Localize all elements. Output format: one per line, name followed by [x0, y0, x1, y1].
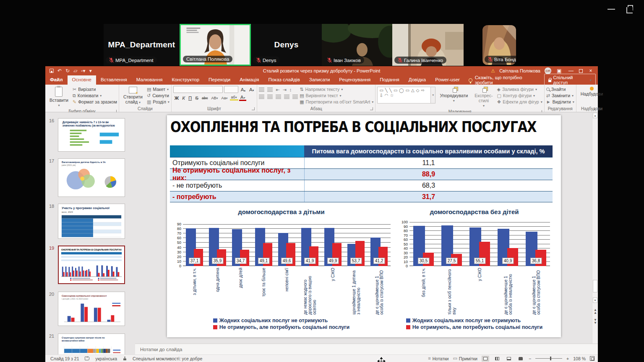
- tab-power-user[interactable]: Power-user: [430, 75, 464, 85]
- align-center-icon[interactable]: [267, 95, 273, 99]
- layout-button[interactable]: ▤Макет▾: [147, 87, 169, 92]
- slideshow-button[interactable]: [517, 356, 524, 362]
- scrollbar-thumb[interactable]: [593, 280, 597, 292]
- participant-tile-6[interactable]: Віта Бондар: [482, 25, 516, 65]
- close-icon[interactable]: ×: [587, 68, 594, 74]
- shapes-gallery-scroll[interactable]: ▾: [431, 87, 435, 103]
- dialog-launcher-icon[interactable]: [370, 107, 373, 110]
- font-name-input[interactable]: [173, 86, 223, 93]
- participant-tile-3[interactable]: DenysDenys: [251, 24, 322, 66]
- clear-formatting-button[interactable]: abc: [201, 96, 209, 100]
- zoom-in-button[interactable]: +: [566, 356, 569, 361]
- notes-panel[interactable]: Нотатки до слайда: [135, 344, 598, 354]
- char-spacing-button[interactable]: АВ▾: [210, 96, 219, 100]
- cut-button[interactable]: ✂Вирізати: [73, 87, 117, 92]
- shapes-icon[interactable]: ▫▾: [81, 68, 85, 73]
- ribbon-options-icon[interactable]: ▣: [555, 68, 563, 74]
- restore-icon[interactable]: [579, 69, 583, 73]
- tab-file[interactable]: Файл: [45, 75, 68, 85]
- tab-конструктор[interactable]: Конструктор: [167, 75, 204, 85]
- tab-вставлення[interactable]: Вставлення: [96, 75, 132, 85]
- comments-toggle[interactable]: ▭Примітки: [453, 356, 477, 361]
- find-button[interactable]: Знайти: [546, 87, 574, 92]
- line-spacing-icon[interactable]: ↕: [289, 88, 292, 92]
- zoom-slider[interactable]: [535, 358, 562, 359]
- new-slide-button[interactable]: Створитислайд ▾: [121, 86, 145, 105]
- fit-to-window-icon[interactable]: [590, 356, 594, 361]
- tell-me[interactable]: Скажіть, що потрібно зробити: [464, 75, 544, 85]
- participant-tile-5[interactable]: Галина Іванченко: [392, 24, 464, 66]
- numbering-icon[interactable]: [267, 88, 273, 92]
- undo-icon[interactable]: ↶: [57, 68, 62, 73]
- justify-icon[interactable]: [284, 95, 289, 99]
- select-button[interactable]: ►Виділити▾: [546, 99, 574, 104]
- align-right-icon[interactable]: [276, 95, 281, 99]
- paste-button[interactable]: Вставити▾: [47, 86, 71, 108]
- section-button[interactable]: ▥Розділ▾: [147, 99, 169, 104]
- tab-довідка[interactable]: Довідка: [404, 75, 430, 85]
- tab-переходи[interactable]: Переходи: [204, 75, 235, 85]
- tab-основне[interactable]: Основне: [68, 75, 96, 85]
- italic-button[interactable]: К: [181, 96, 186, 101]
- tab-малювання[interactable]: Малювання: [132, 75, 167, 85]
- spellcheck-icon[interactable]: [85, 357, 89, 360]
- zoom-level[interactable]: 108 %: [573, 356, 586, 361]
- thumbnail-preview[interactable]: Багатовимірна дитяча бідність в Україні …: [58, 158, 125, 197]
- strikethrough-button[interactable]: S: [194, 96, 200, 101]
- decrease-indent-icon[interactable]: ⇤: [276, 88, 279, 92]
- participant-tile-1[interactable]: MPA_DepartmentMPA_Department: [104, 24, 180, 66]
- reading-view-button[interactable]: [505, 356, 513, 362]
- addins-button[interactable]: Надбудови: [578, 86, 606, 97]
- thumbnail-preview[interactable]: Структура сукупних витрат після повномас…: [58, 334, 125, 354]
- language-indicator[interactable]: українська: [95, 356, 117, 361]
- font-color-button[interactable]: А▾: [239, 95, 247, 101]
- copy-button[interactable]: ⧉Копіювати▾: [73, 93, 117, 98]
- thumbnail-preview[interactable]: ОХОПЛЕННЯ ТА ПОТРЕБА В СОЦІАЛЬНИХ ПОСЛУГ…: [58, 246, 125, 284]
- dialog-launcher-icon[interactable]: [252, 107, 255, 110]
- text-highlight-button[interactable]: аб▾: [230, 95, 238, 101]
- thumbnail-preview[interactable]: Самооцінка купівельної спроможності дохо…: [58, 292, 125, 326]
- shape-outline-button[interactable]: ▢Контур фігури▾: [497, 93, 542, 98]
- bold-button[interactable]: Ж: [173, 96, 180, 101]
- redo-icon[interactable]: ↻: [65, 68, 70, 73]
- tab-показ-слайдів[interactable]: Показ слайдів: [263, 75, 304, 85]
- scroll-down-icon[interactable]: ▼: [593, 297, 597, 303]
- main-scrollbar[interactable]: ▲ ▼ ▲▲ ▼▼: [592, 112, 598, 344]
- arrange-button[interactable]: Упорядкувати▾: [437, 86, 470, 103]
- participant-tile-4[interactable]: Іван Заюков: [322, 24, 392, 66]
- normal-view-button[interactable]: [482, 356, 489, 362]
- increase-indent-icon[interactable]: ⇥: [282, 88, 286, 92]
- grow-font-button[interactable]: А▴: [240, 87, 247, 92]
- app-minimize-icon[interactable]: [607, 9, 615, 10]
- shapes-gallery[interactable]: ▭╲╲▭◯▭ △◇⇨⇩◠☆: [377, 87, 431, 103]
- app-restore-icon[interactable]: [628, 5, 633, 10]
- text-direction-button[interactable]: ⇅Напрямок тексту▾: [300, 87, 373, 92]
- underline-button[interactable]: П: [187, 96, 193, 101]
- convert-smartart-button[interactable]: ▦Перетворити на об'єкт SmartArt▾: [300, 99, 373, 104]
- thumbnail-preview[interactable]: Участь у програмах соціальної моги, 2023: [58, 204, 125, 239]
- participant-tile-2[interactable]: Світлана Полякова: [180, 24, 251, 66]
- align-left-icon[interactable]: [259, 95, 264, 99]
- previous-slide-icon[interactable]: ▲▲: [593, 308, 598, 314]
- minimize-icon[interactable]: —: [567, 68, 575, 74]
- scroll-up-icon[interactable]: ▲: [593, 113, 597, 118]
- collapse-ribbon-icon[interactable]: ▴: [593, 107, 595, 111]
- customize-qat-icon[interactable]: ▾: [89, 68, 92, 73]
- bullets-icon[interactable]: [259, 88, 264, 92]
- font-size-input[interactable]: [224, 86, 238, 93]
- slide-sorter-button[interactable]: [493, 356, 501, 362]
- avatar[interactable]: СП: [545, 67, 551, 74]
- tab-подання[interactable]: Подання: [375, 75, 404, 85]
- slide[interactable]: ОХОПЛЕННЯ ТА ПОТРЕБА В СОЦІАЛЬНИХ ПОСЛУГ…: [167, 115, 561, 337]
- columns-icon[interactable]: [292, 95, 298, 99]
- shape-fill-button[interactable]: ◈Заливка фігури▾: [497, 87, 542, 92]
- shrink-font-button[interactable]: А▾: [248, 87, 255, 92]
- format-painter-button[interactable]: ✎Формат за зразком: [73, 99, 117, 104]
- next-slide-icon[interactable]: ▼▼: [593, 318, 598, 324]
- slideshow-icon[interactable]: ▱: [73, 68, 77, 73]
- notes-toggle[interactable]: ≡Нотатки: [428, 356, 448, 361]
- reset-button[interactable]: ↺Скинути: [147, 93, 169, 98]
- tab-рецензування[interactable]: Рецензування: [334, 75, 375, 85]
- thumbnail-preview[interactable]: Депривація: наявність 7 з 13-ти визначен…: [58, 118, 125, 152]
- tab-анімація[interactable]: Анімація: [235, 75, 263, 85]
